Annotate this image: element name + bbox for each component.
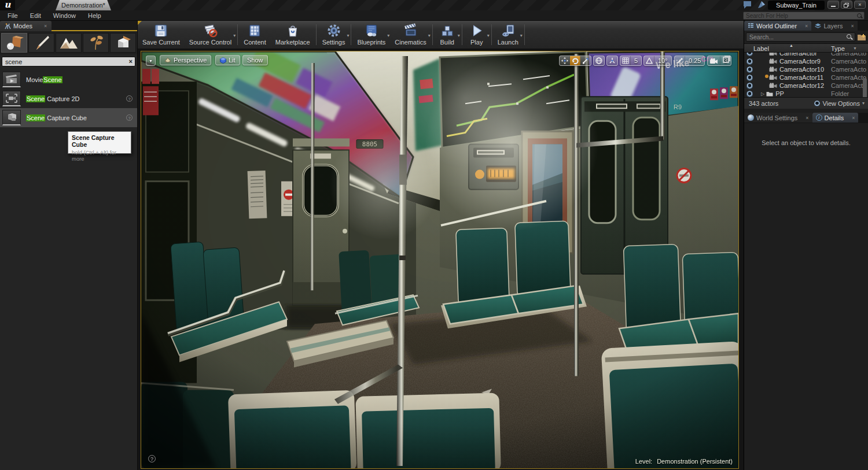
modes-icon (5, 23, 11, 29)
chevron-down-icon[interactable]: ▾ (428, 33, 431, 38)
marketplace-button[interactable]: Marketplace (271, 21, 315, 49)
source-control-button[interactable]: Source Control ▾ (185, 21, 236, 49)
mode-geometry-button[interactable] (110, 33, 136, 53)
show-flags-button[interactable]: Show (242, 55, 268, 65)
cinematics-button[interactable]: Cinematics ▾ (390, 21, 431, 49)
grid-snap-value[interactable]: 5 (631, 56, 641, 65)
visibility-eye-icon[interactable] (746, 66, 753, 73)
launch-button[interactable]: Launch ▾ (493, 21, 523, 49)
tab-close-icon[interactable]: × (805, 23, 808, 29)
clear-search-icon[interactable]: × (129, 58, 133, 65)
mode-landscape-button[interactable] (56, 33, 82, 53)
scale-snap-value[interactable]: 0.25 (685, 56, 704, 65)
visibility-eye-icon[interactable] (746, 58, 753, 65)
menu-edit[interactable]: Edit (25, 10, 46, 21)
scale-tool-button[interactable] (580, 56, 591, 65)
mode-place-button[interactable] (1, 33, 27, 53)
grid-snap-button[interactable] (620, 56, 631, 65)
rotation-snap-button[interactable] (644, 56, 654, 65)
table-row[interactable]: CameraActor11CameraActo (744, 73, 868, 82)
scale-snap-button[interactable] (675, 56, 685, 65)
tab-close-icon[interactable]: × (44, 23, 47, 29)
play-icon (468, 23, 486, 38)
expander-icon[interactable]: ▷ (761, 91, 764, 97)
play-button[interactable]: Play ▾ (464, 21, 490, 49)
list-item-moviescene[interactable]: MovieScene (0, 70, 137, 89)
visibility-eye-icon[interactable] (746, 53, 753, 56)
filter-icon[interactable]: ▼ (853, 46, 857, 50)
rotation-snap-group: 10° (643, 55, 672, 66)
visibility-eye-icon[interactable] (746, 91, 753, 97)
level-viewport[interactable]: We like Cra (141, 51, 739, 469)
chevron-down-icon[interactable]: ▾ (233, 33, 236, 38)
chevron-down-icon[interactable]: ▾ (387, 33, 389, 38)
document-tab[interactable]: Demonstration* (56, 0, 111, 10)
camera-icon (709, 58, 718, 64)
visibility-eye-icon[interactable] (746, 83, 753, 89)
modes-search-input[interactable] (2, 57, 121, 66)
mode-foliage-button[interactable] (83, 33, 109, 53)
list-item-scene-capture-cube[interactable]: Scene Capture Cube ? (0, 108, 137, 127)
clapperboard-icon (402, 23, 420, 38)
content-button[interactable]: Content (239, 21, 271, 49)
build-button[interactable]: Build ▾ (434, 21, 461, 49)
tab-world-outliner[interactable]: World Outliner × (744, 21, 811, 31)
column-label[interactable]: Label (753, 45, 769, 52)
help-icon[interactable]: ? (126, 114, 133, 121)
help-search-box[interactable] (743, 12, 865, 20)
menu-help[interactable]: Help (83, 10, 106, 21)
rotate-tool-button[interactable] (570, 56, 580, 65)
lit-mode-button[interactable]: Lit (215, 55, 240, 65)
close-button[interactable]: × (854, 1, 866, 9)
tab-close-icon[interactable]: × (806, 115, 808, 121)
tab-close-icon[interactable]: × (851, 23, 854, 29)
table-row[interactable]: CameraActor10CameraActo (744, 65, 868, 73)
chevron-down-icon[interactable]: ▾ (458, 33, 460, 38)
move-tool-button[interactable] (560, 56, 570, 65)
chevron-down-icon[interactable]: ▾ (520, 33, 523, 38)
perspective-button[interactable]: Perspective (160, 55, 211, 65)
table-row[interactable]: CameraActor12CameraActo (744, 82, 868, 90)
globe-icon (595, 57, 602, 64)
chevron-down-icon[interactable]: ▾ (487, 33, 490, 38)
help-search-input[interactable] (744, 13, 851, 20)
surface-snap-button[interactable] (607, 56, 617, 65)
viewport-options-button[interactable]: ▾ (146, 55, 156, 66)
menu-window[interactable]: Window (48, 10, 81, 21)
tab-close-icon[interactable]: × (852, 115, 855, 121)
visibility-eye-icon[interactable] (746, 75, 753, 81)
marketplace-flag-icon[interactable] (757, 1, 766, 9)
outliner-search-box[interactable] (746, 32, 855, 42)
rotation-snap-value[interactable]: 10° (654, 56, 671, 65)
help-icon[interactable]: ? (126, 95, 133, 102)
tab-details[interactable]: i Details × (812, 113, 859, 123)
save-current-button[interactable]: Save Current (138, 21, 185, 49)
world-space-button[interactable] (594, 56, 604, 65)
tab-world-settings[interactable]: World Settings × (744, 113, 812, 123)
restore-button[interactable] (841, 1, 852, 9)
scrollbar-thumb[interactable] (863, 78, 867, 97)
viewport-help-icon[interactable]: ? (148, 455, 156, 462)
table-row[interactable]: CameraActorCameraActo (744, 53, 868, 57)
column-type[interactable]: Type (831, 45, 845, 52)
maximize-viewport-button[interactable] (723, 57, 729, 63)
modes-search-box[interactable]: × (2, 57, 135, 66)
feedback-icon[interactable] (743, 1, 752, 9)
outliner-search-input[interactable] (746, 33, 833, 41)
level-indicator: Level:Demonstration (Persistent) (635, 458, 733, 465)
outliner-column-header[interactable]: Label ▲ Type ▼ (744, 43, 868, 53)
chevron-down-icon[interactable]: ▾ (347, 33, 349, 38)
menu-file[interactable]: File (2, 10, 23, 21)
camera-speed-button[interactable] (708, 56, 720, 65)
table-row[interactable]: CameraActor9CameraActo (744, 57, 868, 65)
tab-modes[interactable]: Modes × (0, 21, 52, 31)
view-options-button[interactable]: View Options ▾ (814, 100, 865, 107)
list-item-scene-capture-2d[interactable]: Scene Capture 2D ? (0, 89, 137, 108)
create-folder-button[interactable] (857, 33, 866, 41)
settings-button[interactable]: Settings ▾ (318, 21, 350, 49)
minimize-button[interactable] (827, 1, 839, 9)
table-row-folder[interactable]: ▷ PPFolder (744, 90, 868, 97)
mode-paint-button[interactable] (28, 33, 54, 53)
tab-layers[interactable]: Layers × (811, 21, 857, 31)
blueprints-button[interactable]: Blueprints ▾ (352, 21, 390, 49)
